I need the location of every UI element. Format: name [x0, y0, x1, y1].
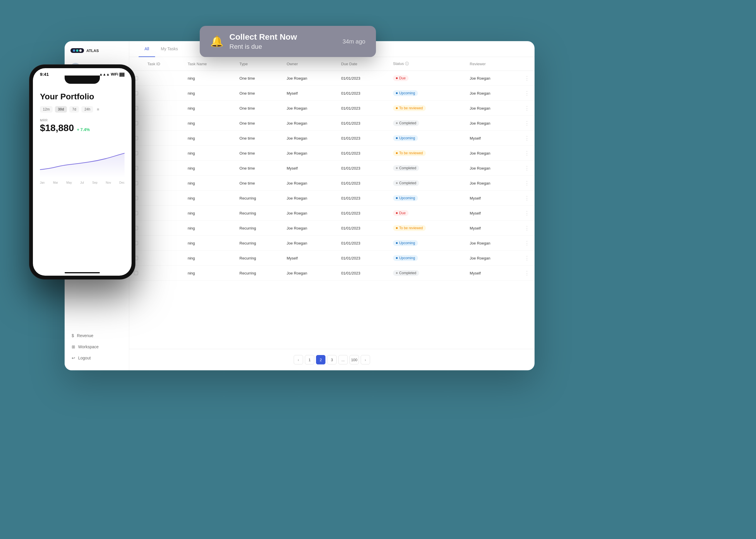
tab-all[interactable]: All: [139, 41, 155, 57]
time-btn-7d[interactable]: 7d: [69, 106, 79, 113]
logo-dot-white: [79, 49, 82, 52]
time-btn-30d[interactable]: 30d: [55, 106, 67, 113]
chart-label-mar: Mar: [53, 181, 58, 184]
sidebar-item-workspace[interactable]: ⊞ Workspace: [68, 342, 125, 352]
row-reviewer: Joe Roegan: [465, 176, 519, 191]
tasks-table: Task ID Task Name Type Owner Due Date St…: [129, 57, 534, 281]
row-actions[interactable]: ⋮: [519, 251, 534, 266]
row-owner: Joe Roegan: [282, 71, 337, 86]
pagination-page-2[interactable]: 2: [316, 355, 325, 364]
battery-icon: ▓▓: [119, 72, 125, 76]
col-owner[interactable]: Owner: [282, 57, 337, 71]
row-status: To be reviewed: [388, 101, 465, 116]
pagination-page-1[interactable]: 1: [305, 355, 314, 364]
row-owner: Myself: [282, 251, 337, 266]
time-btn-24h[interactable]: 24h: [81, 106, 93, 113]
row-due-date: 01/01/2023: [337, 101, 388, 116]
more-icon[interactable]: ⋮: [524, 225, 530, 231]
row-actions[interactable]: ⋮: [519, 266, 534, 281]
sidebar-item-logout[interactable]: ↩ Logout: [68, 353, 125, 363]
row-actions[interactable]: ⋮: [519, 86, 534, 101]
row-task-name: ning: [183, 236, 235, 251]
row-owner: Joe Roegan: [282, 236, 337, 251]
more-icon[interactable]: ⋮: [524, 180, 530, 186]
filter-icon[interactable]: ≡: [97, 107, 99, 112]
table-row: ning Recurring Joe Roegan 01/01/2023 Due…: [129, 206, 534, 221]
more-icon[interactable]: ⋮: [524, 195, 530, 201]
time-btn-12m[interactable]: 12m: [40, 106, 52, 113]
row-actions[interactable]: ⋮: [519, 221, 534, 236]
desktop-panel: ATLAS JR RENTER Joe Roegan ⊞ Home 🏢 Asse…: [65, 41, 534, 370]
pagination-page-3[interactable]: 3: [327, 355, 337, 364]
chart-label-sep: Sep: [92, 181, 98, 184]
logo-dot-blue: [73, 49, 75, 52]
chart-label-nov: Nov: [106, 181, 111, 184]
row-actions[interactable]: ⋮: [519, 206, 534, 221]
col-task-id[interactable]: Task ID: [143, 57, 183, 71]
status-badge: Completed: [393, 165, 419, 171]
col-due-date[interactable]: Due Date: [337, 57, 388, 71]
row-reviewer: Joe Roegan: [465, 86, 519, 101]
more-icon[interactable]: ⋮: [524, 90, 530, 96]
row-type: One time: [235, 71, 282, 86]
sidebar-bottom: $ Revenue ⊞ Workspace ↩ Logout: [65, 330, 129, 363]
col-task-name[interactable]: Task Name: [183, 57, 235, 71]
task-table: Task ID Task Name Type Owner Due Date St…: [129, 57, 534, 349]
table-row: ning One time Myself 01/01/2023 Complete…: [129, 161, 534, 176]
pagination-next[interactable]: ›: [361, 355, 370, 364]
col-reviewer[interactable]: Reviewer: [465, 57, 519, 71]
row-reviewer: Myself: [465, 221, 519, 236]
phone-time: 9:41: [40, 72, 49, 77]
row-actions[interactable]: ⋮: [519, 161, 534, 176]
notification-time: 34m ago: [342, 38, 365, 45]
row-type: Recurring: [235, 206, 282, 221]
mrr-change: + 7.4%: [77, 127, 90, 132]
tab-my-tasks[interactable]: My Tasks: [155, 41, 184, 57]
more-icon[interactable]: ⋮: [524, 210, 530, 216]
row-due-date: 01/01/2023: [337, 176, 388, 191]
row-due-date: 01/01/2023: [337, 236, 388, 251]
row-due-date: 01/01/2023: [337, 251, 388, 266]
phone-wrapper: 9:41 ▲▲▲ WiFi ▓▓ Your Portfolio 12m 30d …: [30, 65, 135, 279]
notification-content: Collect Rent Now Rent is due: [229, 32, 337, 50]
col-type[interactable]: Type: [235, 57, 282, 71]
chart-label-jul: Jul: [80, 181, 84, 184]
table-row: ning Recurring Joe Roegan 01/01/2023 Com…: [129, 266, 534, 281]
col-status[interactable]: Status ⓘ: [388, 57, 465, 71]
row-actions[interactable]: ⋮: [519, 146, 534, 161]
row-actions[interactable]: ⋮: [519, 116, 534, 131]
row-task-name: ning: [183, 191, 235, 206]
table-row: ning One time Joe Roegan 01/01/2023 Comp…: [129, 116, 534, 131]
more-icon[interactable]: ⋮: [524, 165, 530, 171]
pagination-page-100[interactable]: 100: [350, 355, 359, 364]
row-actions[interactable]: ⋮: [519, 101, 534, 116]
sidebar-item-revenue[interactable]: $ Revenue: [68, 330, 125, 341]
row-due-date: 01/01/2023: [337, 146, 388, 161]
row-task-name: ning: [183, 131, 235, 146]
more-icon[interactable]: ⋮: [524, 270, 530, 276]
row-actions[interactable]: ⋮: [519, 71, 534, 86]
more-icon[interactable]: ⋮: [524, 105, 530, 111]
row-task-id: [143, 191, 183, 206]
more-icon[interactable]: ⋮: [524, 240, 530, 246]
row-task-name: ning: [183, 161, 235, 176]
more-icon[interactable]: ⋮: [524, 150, 530, 156]
more-icon[interactable]: ⋮: [524, 255, 530, 261]
status-badge: Upcoming: [393, 135, 418, 141]
row-reviewer: Joe Roegan: [465, 116, 519, 131]
phone-notch: [65, 76, 100, 84]
row-actions[interactable]: ⋮: [519, 176, 534, 191]
home-indicator[interactable]: [65, 272, 100, 273]
pagination-prev[interactable]: ‹: [294, 355, 303, 364]
more-icon[interactable]: ⋮: [524, 135, 530, 141]
mrr-value: $18,880: [40, 122, 74, 133]
row-due-date: 01/01/2023: [337, 86, 388, 101]
row-status: Completed: [388, 176, 465, 191]
more-icon[interactable]: ⋮: [524, 75, 530, 81]
more-icon[interactable]: ⋮: [524, 120, 530, 126]
row-actions[interactable]: ⋮: [519, 131, 534, 146]
row-actions[interactable]: ⋮: [519, 191, 534, 206]
table-row: ning One time Joe Roegan 01/01/2023 To b…: [129, 101, 534, 116]
notification-title: Collect Rent Now: [229, 32, 337, 42]
row-actions[interactable]: ⋮: [519, 236, 534, 251]
